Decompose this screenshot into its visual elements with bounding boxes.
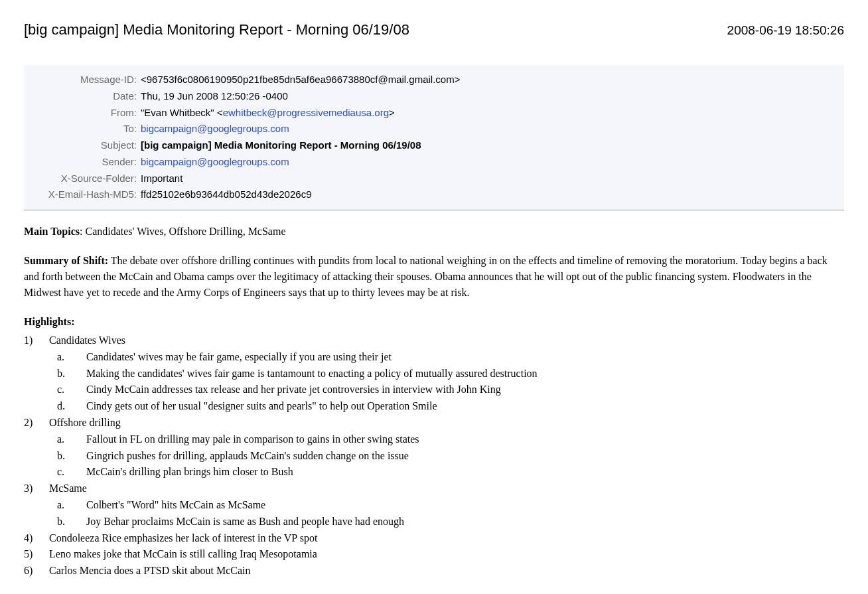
highlights-section: Highlights: Candidates WivesCandidates' … xyxy=(24,314,844,579)
metadata-value: Important xyxy=(141,171,844,187)
highlight-subitem: Making the candidates' wives fair game i… xyxy=(57,366,844,382)
from-name: "Evan Whitbeck" < xyxy=(141,107,223,118)
highlight-subitem: Cindy gets out of her usual "designer su… xyxy=(57,398,844,415)
highlight-sublist: Fallout in FL on drilling may pale in co… xyxy=(49,431,844,481)
highlight-sublist: Colbert's "Word" hits McCain as McSameJo… xyxy=(49,497,844,530)
metadata-label: Subject: xyxy=(24,137,141,154)
highlight-item: Offshore drillingFallout in FL on drilli… xyxy=(24,415,844,481)
email-metadata: Message-ID: <96753f6c0806190950p21fbe85d… xyxy=(24,65,844,210)
highlight-item: Leno makes joke that McCain is still cal… xyxy=(24,546,844,563)
metadata-value: bigcampaign@googlegroups.com xyxy=(141,121,844,137)
highlights-label: Highlights: xyxy=(24,316,74,327)
metadata-value: [big campaign] Media Monitoring Report -… xyxy=(141,137,844,154)
from-close: > xyxy=(389,107,395,118)
summary: Summary of Shift: The debate over offsho… xyxy=(24,253,844,301)
metadata-row-xsource: X-Source-Folder: Important xyxy=(24,171,844,187)
metadata-value: Thu, 19 Jun 2008 12:50:26 -0400 xyxy=(141,88,844,105)
highlight-subitem: McCain's drilling plan brings him closer… xyxy=(57,464,844,481)
highlight-item-title: Candidates Wives xyxy=(49,334,125,346)
highlight-item-title: Condoleeza Rice emphasizes her lack of i… xyxy=(49,532,317,544)
to-email-link[interactable]: bigcampaign@googlegroups.com xyxy=(141,123,289,134)
highlight-item: Carlos Mencia does a PTSD skit about McC… xyxy=(24,563,844,579)
metadata-value: "Evan Whitbeck" <ewhitbeck@progressiveme… xyxy=(141,105,844,121)
metadata-label: X-Email-Hash-MD5: xyxy=(24,186,141,203)
metadata-row-to: To: bigcampaign@googlegroups.com xyxy=(24,121,844,137)
metadata-value: bigcampaign@googlegroups.com xyxy=(141,154,844,171)
main-topics-value: : Candidates' Wives, Offshore Drilling, … xyxy=(80,226,285,237)
highlight-subitem: Colbert's "Word" hits McCain as McSame xyxy=(57,497,844,514)
highlight-item: McSameColbert's "Word" hits McCain as Mc… xyxy=(24,481,844,530)
highlight-item-title: Leno makes joke that McCain is still cal… xyxy=(49,548,317,559)
highlight-subitem: Candidates' wives may be fair game, espe… xyxy=(57,349,844,366)
summary-text: The debate over offshore drilling contin… xyxy=(24,255,828,298)
metadata-value: ffd25102e6b93644db052d43de2026c9 xyxy=(141,186,844,203)
main-topics: Main Topics: Candidates' Wives, Offshore… xyxy=(24,224,844,240)
highlight-item: Candidates WivesCandidates' wives may be… xyxy=(24,333,844,415)
page-title: [big campaign] Media Monitoring Report -… xyxy=(24,21,409,38)
metadata-label: From: xyxy=(24,105,141,121)
header: [big campaign] Media Monitoring Report -… xyxy=(24,21,844,38)
metadata-row-from: From: "Evan Whitbeck" <ewhitbeck@progres… xyxy=(24,105,844,121)
page-timestamp: 2008-06-19 18:50:26 xyxy=(727,23,844,38)
metadata-label: To: xyxy=(24,121,141,137)
highlight-item-title: Carlos Mencia does a PTSD skit about McC… xyxy=(49,565,251,576)
from-email-link[interactable]: ewhitbeck@progressivemediausa.org xyxy=(223,107,389,118)
summary-label: Summary of Shift: xyxy=(24,255,108,266)
metadata-label: Sender: xyxy=(24,154,141,171)
highlight-item: Condoleeza Rice emphasizes her lack of i… xyxy=(24,530,844,547)
metadata-row-sender: Sender: bigcampaign@googlegroups.com xyxy=(24,154,844,171)
sender-email-link[interactable]: bigcampaign@googlegroups.com xyxy=(141,156,289,167)
highlight-subitem: Joy Behar proclaims McCain is same as Bu… xyxy=(57,514,844,530)
highlight-subitem: Fallout in FL on drilling may pale in co… xyxy=(57,431,844,448)
subject-value: [big campaign] Media Monitoring Report -… xyxy=(141,139,421,151)
metadata-row-subject: Subject: [big campaign] Media Monitoring… xyxy=(24,137,844,154)
highlights-list: Candidates WivesCandidates' wives may be… xyxy=(24,333,844,579)
highlight-item-title: Offshore drilling xyxy=(49,417,121,428)
metadata-row-date: Date: Thu, 19 Jun 2008 12:50:26 -0400 xyxy=(24,88,844,105)
highlight-sublist: Candidates' wives may be fair game, espe… xyxy=(49,349,844,415)
metadata-label: X-Source-Folder: xyxy=(24,171,141,187)
highlight-subitem: Cindy McCain addresses tax release and h… xyxy=(57,382,844,398)
metadata-label: Date: xyxy=(24,88,141,105)
main-topics-label: Main Topics xyxy=(24,226,80,237)
metadata-row-xhash: X-Email-Hash-MD5: ffd25102e6b93644db052d… xyxy=(24,186,844,203)
email-body: Main Topics: Candidates' Wives, Offshore… xyxy=(24,224,844,579)
highlight-item-title: McSame xyxy=(49,483,87,494)
metadata-value: <96753f6c0806190950p21fbe85dn5af6ea96673… xyxy=(141,72,844,88)
metadata-row-message-id: Message-ID: <96753f6c0806190950p21fbe85d… xyxy=(24,72,844,88)
metadata-label: Message-ID: xyxy=(24,72,141,88)
highlight-subitem: Gingrich pushes for drilling, applauds M… xyxy=(57,448,844,465)
